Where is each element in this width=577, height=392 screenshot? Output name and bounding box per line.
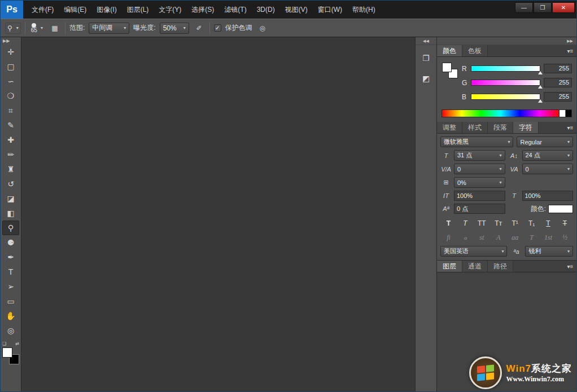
tab-channels[interactable]: 通道	[462, 261, 488, 272]
zoom-tool[interactable]: ◎	[2, 323, 19, 338]
color-panel-menu-icon[interactable]: ▾≡	[564, 45, 576, 56]
menu-window[interactable]: 窗口(W)	[313, 1, 347, 19]
red-slider[interactable]	[471, 65, 540, 72]
color-spectrum-bar[interactable]	[442, 109, 572, 117]
fractions-button[interactable]: ½	[559, 232, 571, 243]
tracking-select[interactable]: 0 ▾	[522, 164, 574, 174]
range-select[interactable]: 中间调 ▾	[89, 23, 129, 34]
menu-filter[interactable]: 滤镜(T)	[219, 1, 251, 19]
green-slider[interactable]	[471, 80, 540, 86]
tools-collapse-chevron-icon[interactable]: ▶▶	[1, 37, 21, 45]
move-tool[interactable]: ✛	[2, 45, 19, 59]
close-button[interactable]: ✕	[552, 2, 575, 13]
dodge-tool[interactable]: ⚲	[2, 221, 19, 235]
strikethrough-button[interactable]: T	[559, 218, 571, 228]
faux-italic-button[interactable]: T	[459, 218, 471, 228]
tab-adjustments[interactable]: 调整	[437, 122, 462, 133]
red-value-field[interactable]: 255	[544, 64, 572, 73]
red-slider-track[interactable]	[471, 65, 540, 72]
expand-dock-chevron-icon[interactable]: ◀◀	[416, 37, 436, 45]
menu-view[interactable]: 视图(V)	[280, 1, 313, 19]
tab-layers[interactable]: 图层	[437, 261, 462, 272]
tab-character[interactable]: 字符	[513, 122, 539, 133]
stylistic-alternates-button[interactable]: aa	[509, 232, 521, 243]
underline-button[interactable]: T	[543, 218, 554, 228]
white-ramp-swatch[interactable]	[559, 110, 565, 117]
blue-slider-track[interactable]	[471, 94, 540, 100]
exposure-select[interactable]: 50% ▾	[160, 23, 189, 34]
collapsed-panel-history-icon[interactable]: ❐	[419, 51, 434, 65]
tab-swatches[interactable]: 色板	[462, 45, 488, 56]
menu-3d[interactable]: 3D(D)	[252, 1, 280, 19]
black-ramp-swatch[interactable]	[565, 110, 571, 117]
quick-selection-tool[interactable]: ❍	[2, 89, 19, 103]
path-selection-tool[interactable]: ➢	[2, 279, 19, 294]
layers-panel-menu-icon[interactable]: ▾≡	[564, 261, 576, 272]
blue-value-field[interactable]: 255	[544, 92, 572, 102]
clone-stamp-tool[interactable]: ♜	[2, 162, 19, 177]
font-family-select[interactable]: 微软雅黑 ▾	[440, 136, 513, 147]
small-caps-button[interactable]: Tᴛ	[492, 218, 504, 228]
lasso-tool[interactable]: ∽	[2, 74, 19, 89]
language-select[interactable]: 美国英语 ▾	[440, 246, 507, 257]
red-slider-thumb[interactable]	[538, 71, 543, 74]
tab-paragraph[interactable]: 段落	[488, 122, 513, 133]
color-panel-swatches[interactable]	[442, 63, 458, 78]
subscript-button[interactable]: T₁	[526, 218, 537, 228]
default-colors-icon[interactable]: ❏	[2, 341, 6, 346]
menu-select[interactable]: 选择(S)	[186, 1, 219, 19]
ordinals-button[interactable]: 1st	[543, 232, 554, 243]
history-brush-tool[interactable]: ↺	[2, 177, 19, 191]
superscript-button[interactable]: T¹	[509, 218, 521, 228]
collapsed-panel-properties-icon[interactable]: ◩	[419, 71, 434, 86]
gradient-tool[interactable]: ◧	[2, 206, 19, 221]
minimize-button[interactable]: —	[515, 2, 533, 13]
crop-tool[interactable]: ⌗	[2, 103, 19, 118]
faux-bold-button[interactable]: T	[443, 218, 454, 228]
kerning-select[interactable]: 0 ▾	[454, 164, 505, 174]
menu-edit[interactable]: 编辑(E)	[59, 1, 91, 19]
menu-type[interactable]: 文字(Y)	[154, 1, 186, 19]
horizontal-scale-field[interactable]: 100%	[522, 191, 574, 201]
canvas-area[interactable]	[21, 37, 416, 391]
swap-colors-icon[interactable]: ⇄	[15, 341, 19, 346]
discretionary-ligatures-button[interactable]: st	[476, 232, 488, 243]
baseline-shift-field[interactable]: 0 点	[454, 204, 505, 214]
hand-tool[interactable]: ✋	[2, 309, 19, 323]
tab-styles[interactable]: 样式	[462, 122, 488, 133]
titling-alternates-button[interactable]: T	[526, 232, 537, 243]
eyedropper-tool[interactable]: ✎	[2, 118, 19, 133]
standard-ligatures-button[interactable]: fi	[443, 232, 454, 243]
all-caps-button[interactable]: TT	[476, 218, 488, 228]
blue-slider-thumb[interactable]	[538, 99, 543, 103]
vertical-scale-field[interactable]: 100%	[454, 191, 505, 201]
protect-tones-checkbox[interactable]: ✓	[214, 24, 221, 32]
character-panel-menu-icon[interactable]: ▾≡	[564, 122, 576, 133]
menu-help[interactable]: 帮助(H)	[347, 1, 381, 19]
airbrush-toggle-button[interactable]: ✐	[193, 23, 206, 34]
eraser-tool[interactable]: ◪	[2, 191, 19, 206]
brush-preset-picker[interactable]: 65 ▾	[29, 23, 45, 34]
text-color-swatch[interactable]	[548, 205, 573, 213]
rectangle-tool[interactable]: ▭	[2, 294, 19, 309]
rectangular-marquee-tool[interactable]: ▢	[2, 59, 19, 74]
swash-button[interactable]: A	[492, 232, 504, 243]
blue-slider[interactable]	[471, 94, 540, 100]
leading-select[interactable]: 24 点 ▾	[522, 150, 574, 161]
green-slider-track[interactable]	[471, 80, 540, 86]
rainbow-ramp[interactable]	[442, 110, 559, 117]
tool-preset-picker[interactable]: ⚲ ▾	[5, 23, 21, 34]
pen-tool[interactable]: ✒	[2, 250, 19, 265]
menu-file[interactable]: 文件(F)	[27, 1, 59, 19]
type-tool[interactable]: T	[2, 265, 19, 279]
spot-healing-brush-tool[interactable]: ✚	[2, 133, 19, 147]
font-style-select[interactable]: Regular ▾	[517, 136, 573, 147]
foreground-color-chip[interactable]	[442, 63, 452, 72]
collapse-dock-chevron-icon[interactable]: ▶▶	[437, 37, 576, 45]
tablet-pressure-button[interactable]: ◎	[256, 23, 269, 34]
anti-alias-select[interactable]: 锐利 ▾	[525, 246, 573, 257]
layers-panel[interactable]: Win7系统之家 Www.Winwin7.com	[437, 272, 576, 391]
contextual-alternates-button[interactable]: ℴ	[459, 232, 471, 243]
maximize-button[interactable]: ❐	[534, 2, 552, 13]
toggle-brush-panel-button[interactable]: ▦	[49, 23, 61, 34]
